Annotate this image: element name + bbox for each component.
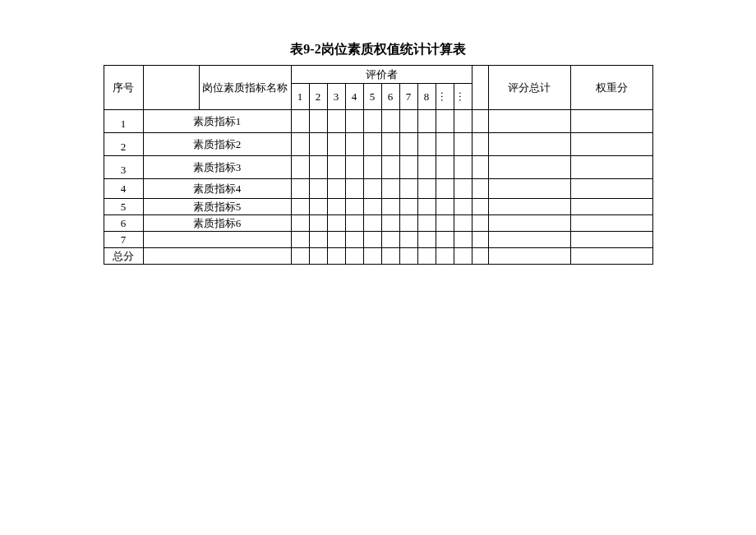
header-sequence: 序号 — [104, 66, 143, 110]
cell-total — [488, 215, 570, 232]
cell-eval — [381, 215, 399, 232]
cell-eval — [436, 199, 454, 215]
cell-eval — [399, 248, 417, 265]
footer-label: 总分 — [104, 248, 143, 265]
cell-eval — [399, 110, 417, 133]
calculation-table: 序号 岗位素质指标名称 评价者 评分总计 权重分 1 2 3 4 5 6 7 8… — [104, 65, 653, 265]
header-eval-1: 1 — [291, 84, 309, 110]
cell-name: 素质指标2 — [143, 133, 291, 156]
cell-eval — [345, 133, 363, 156]
cell-weight — [570, 248, 652, 265]
cell-total — [488, 199, 570, 215]
table-row: 6 素质指标6 — [104, 215, 652, 232]
cell-seq: 7 — [104, 232, 143, 248]
cell-eval — [381, 199, 399, 215]
cell-seq: 3 — [104, 156, 143, 179]
table-row: 5 素质指标5 — [104, 199, 652, 215]
cell-eval — [436, 215, 454, 232]
cell-eval — [417, 156, 436, 179]
cell-total — [488, 232, 570, 248]
cell-name: 素质指标4 — [143, 179, 291, 199]
cell-weight — [570, 199, 652, 215]
cell-eval — [291, 232, 309, 248]
cell-eval — [345, 110, 363, 133]
cell-eval — [327, 232, 345, 248]
cell-seq: 2 — [104, 133, 143, 156]
header-eval-5: 5 — [363, 84, 381, 110]
cell-eval — [399, 215, 417, 232]
cell-eval — [381, 232, 399, 248]
cell-eval — [417, 133, 436, 156]
cell-seq: 1 — [104, 110, 143, 133]
header-eval-3: 3 — [327, 84, 345, 110]
footer-row: 总分 — [104, 248, 652, 265]
cell-eval — [454, 179, 472, 199]
header-eval-6: 6 — [381, 84, 399, 110]
cell-total — [488, 110, 570, 133]
cell-eval — [309, 248, 327, 265]
table-title: 表9-2岗位素质权值统计计算表 — [33, 41, 723, 58]
cell-eval — [436, 179, 454, 199]
header-eval-dots-1: … — [436, 84, 454, 110]
header-score-total: 评分总计 — [488, 66, 570, 110]
cell-eval — [436, 133, 454, 156]
cell-eval — [291, 110, 309, 133]
header-weight: 权重分 — [570, 66, 652, 110]
cell-blank2 — [472, 232, 488, 248]
cell-eval — [309, 232, 327, 248]
cell-blank2 — [472, 179, 488, 199]
header-eval-7: 7 — [399, 84, 417, 110]
cell-name — [143, 232, 291, 248]
cell-name: 素质指标1 — [143, 110, 291, 133]
cell-eval — [327, 199, 345, 215]
cell-eval — [399, 199, 417, 215]
cell-eval — [363, 179, 381, 199]
header-blank2 — [472, 66, 488, 110]
cell-eval — [454, 199, 472, 215]
cell-eval — [363, 199, 381, 215]
cell-name — [143, 248, 291, 265]
cell-total — [488, 156, 570, 179]
cell-eval — [309, 199, 327, 215]
cell-blank2 — [472, 133, 488, 156]
cell-blank2 — [472, 110, 488, 133]
cell-eval — [363, 215, 381, 232]
cell-total — [488, 179, 570, 199]
cell-eval — [327, 248, 345, 265]
table-row: 4 素质指标4 — [104, 179, 652, 199]
cell-weight — [570, 215, 652, 232]
cell-eval — [399, 133, 417, 156]
header-evaluator: 评价者 — [291, 66, 472, 84]
cell-eval — [417, 110, 436, 133]
cell-eval — [291, 199, 309, 215]
cell-eval — [436, 248, 454, 265]
cell-eval — [454, 133, 472, 156]
cell-eval — [381, 179, 399, 199]
header-eval-2: 2 — [309, 84, 327, 110]
cell-eval — [381, 248, 399, 265]
cell-eval — [436, 156, 454, 179]
header-blank — [143, 66, 199, 110]
cell-name: 素质指标5 — [143, 199, 291, 215]
cell-weight — [570, 110, 652, 133]
cell-seq: 6 — [104, 215, 143, 232]
cell-eval — [345, 215, 363, 232]
cell-eval — [345, 232, 363, 248]
cell-eval — [363, 156, 381, 179]
table-row: 2 素质指标2 — [104, 133, 652, 156]
cell-blank2 — [472, 156, 488, 179]
cell-eval — [309, 133, 327, 156]
table-row: 3 素质指标3 — [104, 156, 652, 179]
table-row: 1 素质指标1 — [104, 110, 652, 133]
cell-blank2 — [472, 248, 488, 265]
cell-eval — [399, 179, 417, 199]
cell-blank2 — [472, 215, 488, 232]
cell-blank2 — [472, 199, 488, 215]
cell-seq: 5 — [104, 199, 143, 215]
cell-eval — [417, 248, 436, 265]
cell-eval — [454, 232, 472, 248]
cell-eval — [454, 110, 472, 133]
cell-eval — [345, 156, 363, 179]
cell-eval — [436, 110, 454, 133]
cell-eval — [309, 215, 327, 232]
